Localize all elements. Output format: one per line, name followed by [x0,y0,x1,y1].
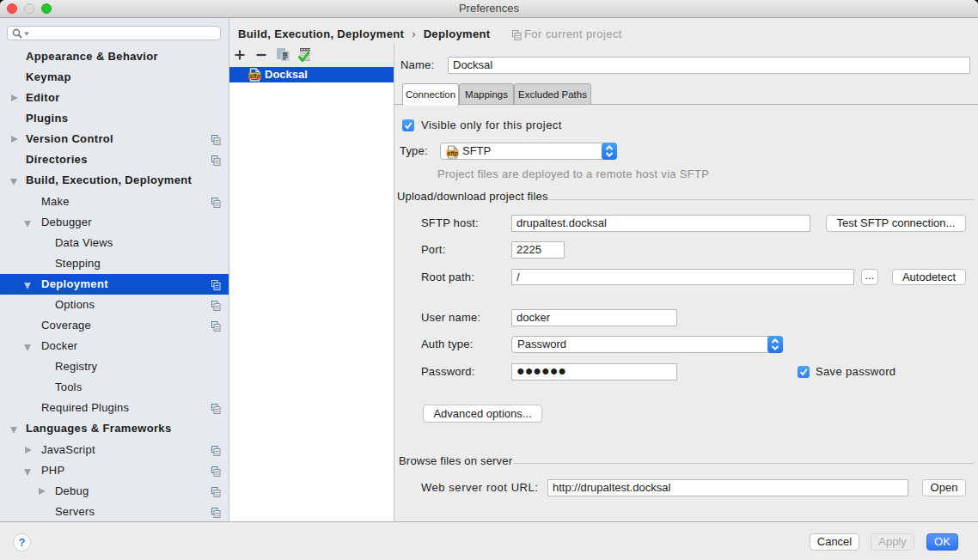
svg-text:sftp: sftp [249,73,261,80]
svg-text:sftp: sftp [447,150,459,157]
